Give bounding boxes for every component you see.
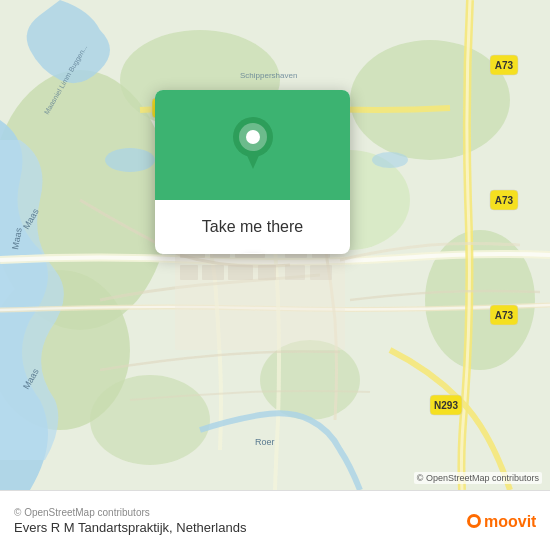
map-attribution: © OpenStreetMap contributors: [414, 472, 542, 484]
moovit-logo-svg: moovit: [466, 507, 536, 535]
footer: © OpenStreetMap contributors Evers R M T…: [0, 490, 550, 550]
popup-green-area: [155, 90, 350, 200]
footer-left: © OpenStreetMap contributors Evers R M T…: [14, 507, 246, 535]
svg-text:A73: A73: [495, 310, 514, 321]
location-pin-icon: [227, 115, 279, 175]
svg-point-44: [470, 517, 478, 525]
footer-copyright: © OpenStreetMap contributors: [14, 507, 246, 518]
svg-rect-32: [202, 265, 224, 280]
svg-text:Schippershaven: Schippershaven: [240, 71, 297, 80]
attribution-text: © OpenStreetMap contributors: [417, 473, 539, 483]
svg-point-3: [350, 40, 510, 160]
take-me-there-button[interactable]: Take me there: [167, 214, 338, 240]
svg-text:A73: A73: [495, 195, 514, 206]
popup-card: Take me there: [155, 90, 350, 254]
map-container: Maas Maas A73 A7: [0, 0, 550, 490]
svg-rect-34: [258, 265, 276, 280]
footer-logo: moovit: [466, 507, 536, 535]
svg-text:N293: N293: [434, 400, 458, 411]
svg-rect-31: [180, 265, 198, 280]
svg-rect-38: [310, 265, 332, 280]
svg-rect-33: [228, 265, 253, 280]
svg-point-11: [105, 148, 155, 172]
svg-point-12: [372, 152, 408, 168]
svg-text:A73: A73: [495, 60, 514, 71]
svg-marker-42: [245, 151, 261, 169]
svg-text:Roer: Roer: [255, 437, 275, 447]
svg-text:moovit: moovit: [484, 513, 536, 530]
footer-place-name: Evers R M Tandartspraktijk, Netherlands: [14, 520, 246, 535]
svg-rect-37: [285, 265, 305, 280]
popup-button-area: Take me there: [155, 200, 350, 254]
svg-point-41: [246, 130, 260, 144]
svg-point-8: [90, 375, 210, 465]
